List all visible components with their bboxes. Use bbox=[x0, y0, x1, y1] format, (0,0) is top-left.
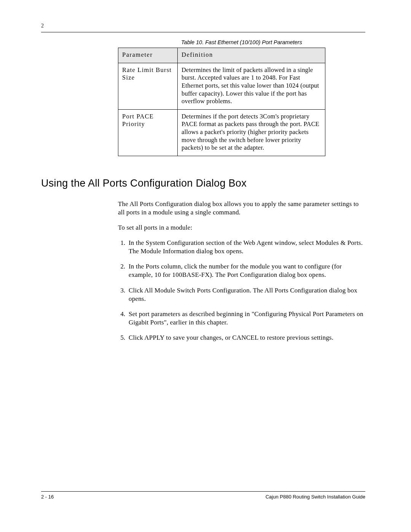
list-item: In the System Configuration section of t… bbox=[127, 239, 365, 256]
page-number: 2 - 16 bbox=[41, 494, 54, 500]
col-header-definition: Definition bbox=[178, 48, 325, 63]
page-footer: 2 - 16 Cajun P880 Routing Switch Install… bbox=[41, 491, 365, 500]
table-caption: Table 10. Fast Ethernet (10/100) Port Pa… bbox=[118, 39, 365, 45]
list-item: Click All Module Switch Ports Configurat… bbox=[127, 286, 365, 303]
list-item: Set port parameters as described beginni… bbox=[127, 310, 365, 327]
list-item: Click APPLY to save your changes, or CAN… bbox=[127, 334, 365, 342]
footer-rule bbox=[41, 491, 365, 492]
chapter-number: 2 bbox=[41, 23, 365, 29]
param-name-cell: Rate Limit Burst Size bbox=[118, 63, 178, 109]
steps-list: In the System Configuration section of t… bbox=[118, 239, 365, 342]
col-header-parameter: Parameter bbox=[118, 48, 178, 63]
doc-title: Cajun P880 Routing Switch Installation G… bbox=[266, 494, 365, 500]
intro-paragraph: The All Ports Configuration dialog box a… bbox=[118, 200, 365, 217]
lead-in-text: To set all ports in a module: bbox=[118, 224, 365, 232]
table-row: Port PACE Priority Determines if the por… bbox=[118, 109, 325, 156]
header-rule bbox=[41, 32, 365, 32]
param-def-cell: Determines if the port detects 3Com's pr… bbox=[178, 109, 325, 156]
param-def-cell: Determines the limit of packets allowed … bbox=[178, 63, 325, 109]
table-block: Table 10. Fast Ethernet (10/100) Port Pa… bbox=[118, 39, 365, 156]
list-item: In the Ports column, click the number fo… bbox=[127, 262, 365, 279]
section-heading: Using the All Ports Configuration Dialog… bbox=[41, 177, 365, 189]
table-row: Rate Limit Burst Size Determines the lim… bbox=[118, 63, 325, 109]
table-header-row: Parameter Definition bbox=[118, 48, 325, 63]
document-page: 2 Table 10. Fast Ethernet (10/100) Port … bbox=[0, 0, 411, 532]
param-name-cell: Port PACE Priority bbox=[118, 109, 178, 156]
parameters-table: Parameter Definition Rate Limit Burst Si… bbox=[118, 48, 325, 156]
section-body: The All Ports Configuration dialog box a… bbox=[118, 200, 365, 342]
